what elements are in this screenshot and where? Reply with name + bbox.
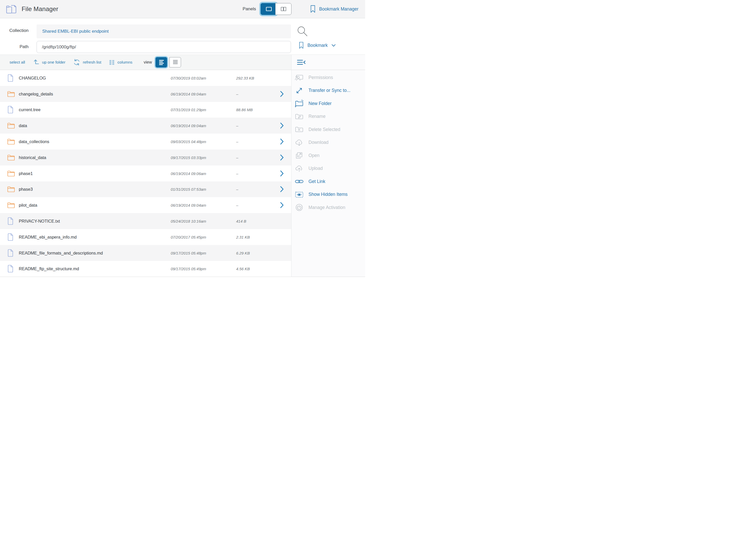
- sidebar-item-get-link[interactable]: Get Link: [291, 175, 365, 188]
- file-modified-date: 06/19/2014 09:04am: [171, 124, 206, 128]
- chevron-right-icon: [280, 123, 284, 129]
- sidebar-item-label: Transfer or Sync to...: [308, 88, 350, 93]
- file-name: README_file_formats_and_descriptions.md: [19, 250, 103, 255]
- file-row[interactable]: README_file_formats_and_descriptions.md0…: [0, 245, 291, 261]
- file-row[interactable]: PRIVACY-NOTICE.txt05/24/2018 10:16am414 …: [0, 213, 291, 229]
- file-modified-date: 09/17/2015 05:48pm: [171, 251, 206, 255]
- file-modified-date: 09/17/2015 03:33pm: [171, 155, 206, 160]
- manage-activation-icon: [294, 204, 304, 211]
- file-name: phase3: [19, 187, 33, 192]
- view-toggle: view: [144, 57, 181, 67]
- file-row[interactable]: CHANGELOG07/30/2019 03:02am292.33 KB: [0, 70, 291, 86]
- up-one-folder-button[interactable]: up one folder: [33, 59, 65, 66]
- chevron-right-icon: [280, 202, 284, 208]
- file-row[interactable]: phase106/19/2014 09:06am–: [0, 165, 291, 181]
- sidebar-item-transfer-or-sync-to[interactable]: Transfer or Sync to...: [291, 84, 365, 97]
- collection-input[interactable]: Shared EMBL-EBI public endpoint: [37, 24, 291, 38]
- refresh-icon: [73, 59, 80, 66]
- open-folder-chevron[interactable]: [280, 170, 284, 177]
- list-bottom-border: [0, 277, 365, 277]
- chevron-right-icon: [280, 91, 284, 97]
- sidebar-item-open: Open: [291, 149, 365, 162]
- file-row[interactable]: current.tree07/31/2019 01:29pm88.86 MB: [0, 102, 291, 118]
- open-folder-chevron[interactable]: [280, 186, 284, 192]
- list-view-button[interactable]: [155, 57, 167, 67]
- file-modified-date: 07/31/2019 01:29pm: [171, 108, 206, 112]
- file-modified-date: 07/30/2019 03:02am: [171, 76, 206, 80]
- file-row[interactable]: README_ftp_site_structure.md09/17/2015 0…: [0, 261, 291, 277]
- refresh-list-label: refresh list: [83, 60, 101, 65]
- file-size: –: [236, 139, 238, 144]
- search-icon: [296, 25, 308, 37]
- file-row[interactable]: historical_data09/17/2015 03:33pm–: [0, 150, 291, 165]
- file-size: –: [236, 203, 238, 207]
- open-folder-chevron[interactable]: [280, 138, 284, 145]
- file-icon: [7, 106, 13, 114]
- file-size: –: [236, 155, 238, 160]
- upload-icon: [294, 165, 304, 172]
- panels-toggle: [260, 3, 291, 15]
- app-header: File Manager Panels: [0, 0, 365, 18]
- file-row[interactable]: pilot_data06/19/2014 09:04am–: [0, 197, 291, 213]
- folder-icon: [7, 170, 15, 177]
- file-name: phase1: [19, 171, 33, 176]
- file-icon: [7, 265, 13, 273]
- open-folder-chevron[interactable]: [280, 123, 284, 129]
- open-folder-chevron[interactable]: [280, 154, 284, 161]
- file-row[interactable]: data_collections09/03/2015 04:48pm–: [0, 134, 291, 150]
- refresh-list-button[interactable]: refresh list: [73, 59, 101, 66]
- file-modified-date: 06/19/2014 09:04am: [171, 203, 206, 207]
- bookmark-icon: [299, 42, 304, 49]
- chevron-right-icon: [280, 186, 284, 192]
- sidebar-item-label: Download: [308, 140, 328, 145]
- file-size: –: [236, 124, 238, 128]
- bookmark-label: Bookmark: [307, 43, 328, 48]
- file-manager-app: File Manager Panels: [0, 0, 365, 280]
- get-link-icon: [294, 178, 304, 185]
- sidebar-item-label: Delete Selected: [308, 127, 340, 132]
- sidebar-item-label: Show Hidden Items: [308, 192, 347, 197]
- up-one-folder-icon: [33, 59, 39, 66]
- collection-value: Shared EMBL-EBI public endpoint: [42, 29, 109, 34]
- file-size: –: [236, 187, 238, 191]
- open-folder-chevron[interactable]: [280, 91, 284, 97]
- file-row[interactable]: changelog_details06/19/2014 09:04am–: [0, 86, 291, 102]
- sidebar-item-label: Permissions: [308, 75, 333, 80]
- path-input[interactable]: /gridftp/1000g/ftp/: [37, 41, 291, 53]
- single-panel-icon: [265, 6, 272, 12]
- file-name: CHANGELOG: [19, 75, 46, 80]
- columns-button[interactable]: columns: [109, 59, 132, 65]
- file-modified-date: 09/17/2015 05:49pm: [171, 267, 206, 271]
- single-panel-button[interactable]: [260, 3, 277, 15]
- compact-view-button[interactable]: [169, 57, 181, 67]
- file-row[interactable]: README_ebi_aspera_info.md07/20/2017 05:4…: [0, 229, 291, 245]
- file-size: 4.56 KB: [236, 267, 250, 271]
- sidebar-item-new-folder[interactable]: New Folder: [291, 97, 365, 110]
- file-modified-date: 06/19/2014 09:04am: [171, 92, 206, 96]
- bookmark-dropdown[interactable]: Bookmark: [299, 42, 336, 49]
- compact-view-icon: [172, 59, 179, 65]
- file-row[interactable]: phase301/31/2015 07:53am–: [0, 181, 291, 197]
- bookmark-manager-label: Bookmark Manager: [319, 6, 358, 12]
- sidebar-item-show-hidden-items[interactable]: Show Hidden Items: [291, 188, 365, 201]
- open-folder-chevron[interactable]: [280, 202, 284, 208]
- file-row[interactable]: data06/19/2014 09:04am–: [0, 118, 291, 134]
- file-size: 292.33 KB: [236, 76, 254, 80]
- dual-panel-button[interactable]: [275, 3, 291, 15]
- columns-label: columns: [117, 60, 132, 65]
- delete-icon: [294, 126, 304, 133]
- folder-icon: [7, 138, 15, 145]
- search-button[interactable]: [296, 25, 308, 38]
- download-icon: [294, 139, 304, 146]
- file-icon: [7, 217, 13, 225]
- file-name: data_collections: [19, 139, 49, 144]
- select-all-button[interactable]: select all: [10, 60, 25, 65]
- sidebar-item-label: Manage Activation: [308, 205, 345, 210]
- list-view-icon: [158, 59, 165, 65]
- actions-sidebar: PermissionsTransfer or Sync to...New Fol…: [291, 70, 365, 277]
- view-label: view: [144, 60, 152, 65]
- file-size: 414 B: [236, 219, 246, 223]
- file-icon: [7, 74, 13, 82]
- collapse-sidebar-button[interactable]: [297, 59, 306, 66]
- bookmark-manager-link[interactable]: Bookmark Manager: [310, 5, 358, 13]
